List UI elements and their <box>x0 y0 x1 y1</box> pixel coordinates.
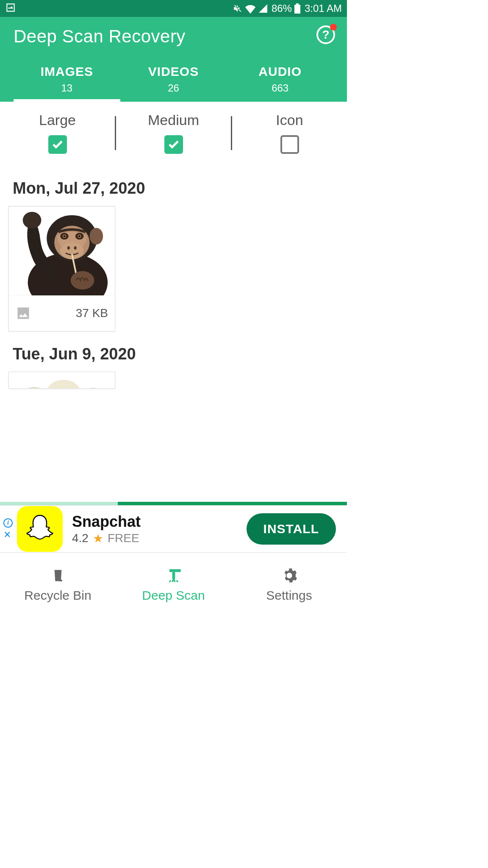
notification-dot <box>330 24 337 31</box>
page-title: Deep Scan Recovery <box>14 26 333 47</box>
svg-point-6 <box>89 228 103 245</box>
image-icon <box>5 2 16 13</box>
ad-banner[interactable]: i ✕ Snapchat 4.2 ★ FREE INSTALL <box>0 505 347 553</box>
image-thumbnail[interactable]: 37 KB <box>8 206 115 331</box>
media-tabs: IMAGES 13 VIDEOS 26 AUDIO 663 <box>14 58 333 102</box>
progress-fill <box>118 502 347 505</box>
tab-images[interactable]: IMAGES 13 <box>14 58 120 102</box>
thumbnail-meta: 37 KB <box>9 295 115 331</box>
vibrate-icon <box>233 3 243 14</box>
status-right-icons: 86% 3:01 AM <box>233 3 342 14</box>
svg-point-4 <box>23 212 42 229</box>
status-left-icons <box>5 2 16 15</box>
ad-info-icon[interactable]: i <box>3 518 13 528</box>
size-filter: Large Medium Icon <box>0 102 347 166</box>
help-button[interactable]: ? <box>316 25 335 44</box>
signal-icon <box>258 3 268 14</box>
svg-rect-0 <box>294 5 300 14</box>
svg-point-12 <box>64 235 65 237</box>
checkbox-large[interactable] <box>48 135 67 154</box>
nav-recycle-bin[interactable]: Recycle Bin <box>0 553 116 617</box>
tab-images-count: 13 <box>14 82 120 94</box>
svg-rect-1 <box>296 3 299 5</box>
image-icon <box>16 306 31 321</box>
star-icon: ★ <box>93 531 103 545</box>
svg-point-21 <box>83 388 104 389</box>
scan-progress <box>0 502 347 505</box>
svg-point-15 <box>67 246 70 250</box>
nav-deepscan-label: Deep Scan <box>142 588 205 603</box>
ad-close-icon[interactable]: ✕ <box>3 530 13 540</box>
snapchat-icon <box>23 512 57 546</box>
size-icon-label: Icon <box>276 112 303 128</box>
checkbox-medium[interactable] <box>164 135 183 154</box>
nav-recycle-label: Recycle Bin <box>24 588 91 603</box>
date-header: Tue, Jun 9, 2020 <box>13 345 334 363</box>
nav-settings[interactable]: Settings <box>231 553 347 617</box>
svg-rect-24 <box>172 572 175 579</box>
svg-point-22 <box>59 580 62 581</box>
tab-audio[interactable]: AUDIO 663 <box>227 58 333 102</box>
ad-text: Snapchat 4.2 ★ FREE <box>72 513 247 545</box>
thumbnail-preview <box>9 206 115 295</box>
trash-icon <box>50 567 67 584</box>
bottom-nav: Recycle Bin Deep Scan Settings <box>0 553 347 617</box>
ad-price: FREE <box>108 531 139 545</box>
wifi-icon <box>245 3 255 14</box>
app-bar: Deep Scan Recovery ? IMAGES 13 VIDEOS 26… <box>0 17 347 102</box>
svg-rect-23 <box>169 569 181 572</box>
tab-images-label: IMAGES <box>14 64 120 79</box>
chimp-image <box>9 206 115 295</box>
svg-point-16 <box>74 246 77 250</box>
battery-icon <box>294 3 300 14</box>
battery-percent: 86% <box>272 3 292 14</box>
ad-app-icon <box>17 506 63 552</box>
status-bar: 86% 3:01 AM <box>0 0 347 17</box>
install-button[interactable]: INSTALL <box>247 513 336 545</box>
size-icon[interactable]: Icon <box>232 112 347 154</box>
svg-point-19 <box>22 387 46 389</box>
check-icon <box>167 138 180 151</box>
tab-audio-count: 663 <box>227 82 333 94</box>
tab-videos-count: 26 <box>120 82 227 94</box>
thumbnail-preview <box>9 372 115 389</box>
svg-point-20 <box>47 380 80 389</box>
ad-rating: 4.2 <box>72 531 89 545</box>
size-medium[interactable]: Medium <box>116 112 231 154</box>
check-icon <box>51 138 64 151</box>
tab-audio-label: AUDIO <box>227 64 333 79</box>
checkbox-icon[interactable] <box>280 135 299 154</box>
tab-videos[interactable]: VIDEOS 26 <box>120 58 227 102</box>
date-header: Mon, Jul 27, 2020 <box>13 179 334 198</box>
nav-deep-scan[interactable]: Deep Scan <box>116 553 231 617</box>
clock-time: 3:01 AM <box>305 3 342 14</box>
svg-point-18 <box>71 271 94 290</box>
gear-icon <box>281 567 298 584</box>
size-medium-label: Medium <box>148 112 199 128</box>
results-list[interactable]: Mon, Jul 27, 2020 <box>0 179 347 389</box>
tab-videos-label: VIDEOS <box>120 64 227 79</box>
nav-settings-label: Settings <box>266 588 312 603</box>
size-large[interactable]: Large <box>0 112 115 154</box>
ad-title: Snapchat <box>72 513 247 531</box>
svg-point-13 <box>79 235 80 237</box>
file-size: 37 KB <box>76 306 108 320</box>
size-large-label: Large <box>39 112 76 128</box>
drill-icon <box>165 567 182 584</box>
image-thumbnail[interactable] <box>8 372 115 389</box>
